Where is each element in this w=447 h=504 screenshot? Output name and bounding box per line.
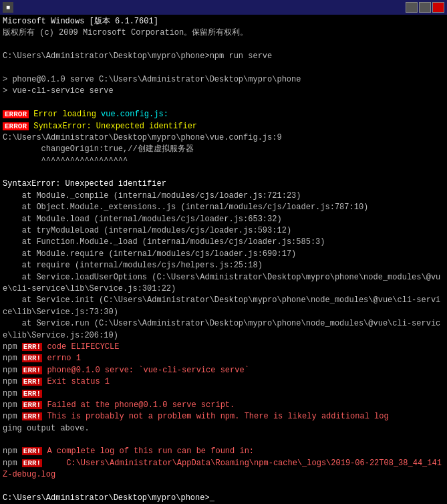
title-bar-left: ■ xyxy=(3,2,17,13)
console-line xyxy=(3,434,444,446)
console-line: npm ERR! Exit status 1 xyxy=(3,376,444,388)
npm-err-badge: ERR! xyxy=(22,447,42,455)
console-line: ERROR SyntaxError: Unexpected identifier xyxy=(3,121,444,132)
npm-err-badge: ERR! xyxy=(22,343,42,351)
console-line: ^^^^^^^^^^^^^^^^^^ xyxy=(3,156,444,167)
console-line: at require (internal/modules/cjs/helpers… xyxy=(3,260,444,271)
npm-err-badge: ERR! xyxy=(22,378,42,386)
npm-err-badge: ERR! xyxy=(22,459,42,467)
console-line: at Module.require (internal/modules/cjs/… xyxy=(3,249,444,260)
console-line xyxy=(3,63,444,74)
console-line: at Service.init (C:\Users\Administrator\… xyxy=(3,295,444,318)
console-line: npm ERR! xyxy=(3,388,444,400)
console-line: > phone@0.1.0 serve C:\Users\Administrat… xyxy=(3,74,444,86)
console-line: changeOrigin:true,//创建虚拟服务器 xyxy=(3,144,444,155)
cmd-icon: ■ xyxy=(3,2,13,13)
console-line: npm ERR! Failed at the phone@0.1.0 serve… xyxy=(3,400,444,411)
console-line: npm ERR! code ELIFECYCLE xyxy=(3,342,444,353)
console-line: at Function.Module._load (internal/modul… xyxy=(3,237,444,248)
minimize-button[interactable] xyxy=(406,2,418,13)
title-bar-buttons[interactable] xyxy=(406,2,444,13)
console-line: npm ERR! A complete log of this run can … xyxy=(3,446,444,457)
console-line: at Service.run (C:\Users\Administrator\D… xyxy=(3,318,444,342)
console-line: ERROR Error loading vue.config.js: xyxy=(3,109,444,120)
console-line: npm ERR! This is probably not a problem … xyxy=(3,411,444,422)
maximize-button[interactable] xyxy=(419,2,431,13)
console-line xyxy=(3,167,444,178)
console-line: SyntaxError: Unexpected identifier xyxy=(3,178,444,190)
npm-err-badge: ERR! xyxy=(22,412,42,420)
close-button[interactable] xyxy=(432,2,444,13)
title-bar: ■ xyxy=(0,0,447,15)
console-line: C:\Users\Administrator\Desktop\mypro\pho… xyxy=(3,51,444,62)
console-line: > vue-cli-service serve xyxy=(3,86,444,97)
npm-err-badge: ERR! xyxy=(22,390,42,398)
console-line: at Service.loadUserOptions (C:\Users\Adm… xyxy=(3,272,444,295)
console-line: npm ERR! C:\Users\Administrator\AppData\… xyxy=(3,458,444,481)
console-line: at tryModuleLoad (internal/modules/cjs/l… xyxy=(3,225,444,237)
console-line: at Module.load (internal/modules/cjs/loa… xyxy=(3,214,444,225)
console-line: C:\Users\Administrator\Desktop\mypro\pho… xyxy=(3,132,444,144)
error-badge: ERROR xyxy=(3,110,29,118)
console-line: ging output above. xyxy=(3,423,444,434)
console-line: npm ERR! phone@0.1.0 serve: `vue-cli-ser… xyxy=(3,365,444,376)
console-line: at Module._compile (internal/modules/cjs… xyxy=(3,191,444,202)
console-line: 版权所有 (c) 2009 Microsoft Corporation。保留所有… xyxy=(3,27,444,39)
cursor: _ xyxy=(210,493,214,503)
console-line: npm ERR! errno 1 xyxy=(3,353,444,364)
error-text: Error loading vue.config.js: xyxy=(29,110,168,119)
error-badge: ERROR xyxy=(3,122,29,130)
error-text: SyntaxError: Unexpected identifier xyxy=(29,122,197,131)
console-line xyxy=(3,39,444,51)
console-line: at Object.Module._extensions..js (intern… xyxy=(3,202,444,213)
npm-err-badge: ERR! xyxy=(22,366,42,374)
npm-err-badge: ERR! xyxy=(22,354,42,362)
console-line: C:\Users\Administrator\Desktop\mypro\pho… xyxy=(3,493,444,504)
npm-err-badge: ERR! xyxy=(22,401,42,409)
console-line xyxy=(3,98,444,109)
console-line: Microsoft Windows [版本 6.1.7601] xyxy=(3,16,444,27)
console-output: Microsoft Windows [版本 6.1.7601]版权所有 (c) … xyxy=(0,15,447,504)
console-line xyxy=(3,481,444,493)
